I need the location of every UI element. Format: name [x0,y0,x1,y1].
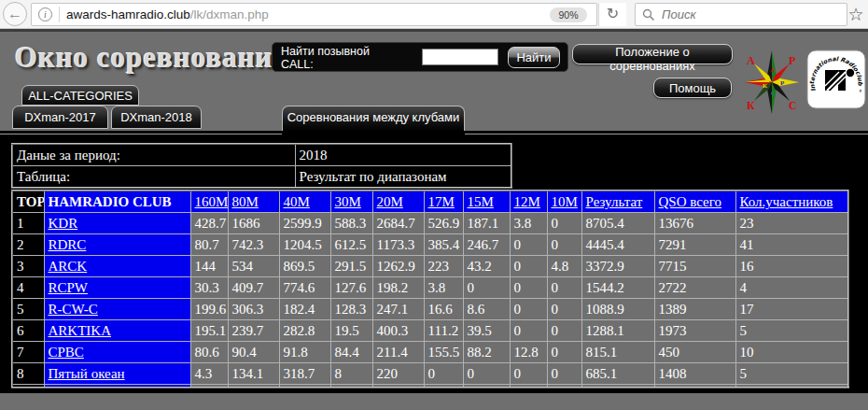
value-cell: 291.5 [330,256,372,277]
value-cell: 90.4 [228,342,279,363]
value-cell: 4 [735,277,848,299]
value-cell: 1408 [654,363,735,385]
col-header-link: 30M [330,191,372,213]
table-row: 1KDR428.716862599.9588.32684.7526.9187.1… [12,213,848,234]
club-cell [44,385,190,389]
rank-cell: 4 [12,277,44,299]
site-info-icon[interactable]: i [38,7,52,21]
find-button[interactable]: Найти [508,47,560,68]
table-row: 6ARKTIKA195.1239.7282.819.5400.3111.239.… [12,320,848,342]
value-cell [654,385,735,389]
tab-dxman-2018[interactable]: DXman-2018 [111,106,202,129]
column-link[interactable]: 40M [284,194,310,209]
column-link[interactable]: 15M [468,194,494,209]
value-cell: 0 [510,256,547,277]
table-row: 4RCPW30.3409.7774.6127.6198.23.80001544.… [12,277,848,299]
club-link[interactable]: ARKTIKA [49,323,112,338]
column-link[interactable]: 80M [232,194,259,209]
col-header-link: 15M [463,191,510,213]
value-cell: 80.6 [190,342,228,363]
club-link[interactable]: R-CW-C [49,302,98,317]
value-cell: 19.5 [330,320,372,342]
divider [59,7,60,22]
tab-all-categories[interactable]: ALL-CATEGORIES [21,85,139,106]
reload-icon[interactable]: ↻ [599,3,626,26]
value-cell [279,385,330,389]
url-path: /lk/dxman.php [190,7,269,21]
table-row: Даные за период: 2018 [12,144,511,166]
value-cell: 17 [735,299,848,320]
value-cell: 7715 [654,256,735,277]
results-tbody: 1KDR428.716862599.9588.32684.7526.9187.1… [12,213,848,389]
col-header-link: 20M [372,191,424,213]
column-link[interactable]: QSO всего [659,194,722,209]
value-cell: 2684.7 [372,213,424,234]
club-link[interactable]: RDRC [49,237,87,252]
club-link[interactable]: KDR [49,216,78,231]
divider [0,134,282,134]
results-table: TOPHAMRADIO CLUB160M80M40M30M20M17M15M12… [11,190,849,389]
club-cell: R-CW-C [44,299,190,320]
value-cell: 0 [510,277,547,299]
value-cell: 8705.4 [581,213,654,234]
browser-search-input[interactable] [662,5,839,24]
tab-club-competitions[interactable]: Соревнования между клубами [282,106,465,131]
back-button[interactable]: ← [3,2,27,26]
competition-rules-button[interactable]: Положение о соревнованиях [572,44,733,64]
search-icon [642,8,655,21]
value-cell: 198.2 [372,277,424,299]
value-cell: 0 [510,234,547,256]
column-link[interactable]: 30M [335,194,361,209]
club-cell: KDR [44,213,190,234]
value-cell: 385.4 [424,234,463,256]
col-header-top: TOP [12,191,44,213]
club-link[interactable]: ARCK [49,259,88,274]
bookmark-star-icon[interactable]: ☆ [846,3,866,26]
column-link[interactable]: 20M [377,194,403,209]
zoom-level-badge[interactable]: 90% [550,7,587,22]
column-link[interactable]: 10M [552,194,578,209]
column-link[interactable]: 12M [514,194,540,209]
tab-dxman-2017[interactable]: DXman-2017 [12,106,108,129]
value-cell [228,385,279,389]
page-title: Окно соревнований [15,41,291,75]
value-cell: 1173.3 [372,234,424,256]
url-text[interactable]: awards-hamradio.club/lk/dxman.php [66,7,269,21]
club-link[interactable]: RCPW [49,280,89,295]
value-cell: 16 [735,256,848,277]
reload-button-wrap: ↻ [598,3,626,26]
value-cell: 2599.9 [279,213,330,234]
rank-cell: 6 [12,320,44,342]
compass-inner-letter-s: С [771,90,776,97]
filter-label: Таблица: [12,166,295,189]
club-cell: ARKTIKA [44,320,190,342]
club-link[interactable]: СРВС [49,345,84,360]
column-link[interactable]: 17M [428,194,455,209]
value-cell: 4.3 [190,363,228,385]
browser-search-box[interactable] [635,3,847,26]
value-cell: 1544.2 [581,277,654,299]
col-header-club: HAMRADIO CLUB [44,191,190,213]
rank-cell [12,385,44,389]
header-row: TOPHAMRADIO CLUB160M80M40M30M20M17M15M12… [12,191,848,213]
club-link[interactable]: Пятый океан [49,366,125,381]
value-cell: 0 [547,299,581,320]
column-link[interactable]: Кол.участников [740,194,833,209]
rank-cell: 8 [12,363,44,385]
callsign-input[interactable] [422,49,498,65]
value-cell: 534 [228,256,279,277]
value-cell: 43.2 [463,256,510,277]
value-cell: 3.8 [510,213,547,234]
table-row [12,385,848,389]
value-cell: 80.7 [190,234,228,256]
col-header-link: 12M [510,191,547,213]
column-link[interactable]: 160M [195,194,229,209]
address-bar[interactable]: i awards-hamradio.club/lk/dxman.php 90% [31,3,597,26]
table-row: 7СРВС80.690.491.884.4211.4155.588.212.80… [12,342,848,363]
help-button[interactable]: Помощь [653,78,732,98]
value-cell: 0 [547,277,581,299]
arks-compass-logo: А Р К С А Р К С [742,48,802,117]
value-cell: 0 [510,299,547,320]
column-link[interactable]: Результат [586,194,643,209]
value-cell: 199.6 [190,299,228,320]
